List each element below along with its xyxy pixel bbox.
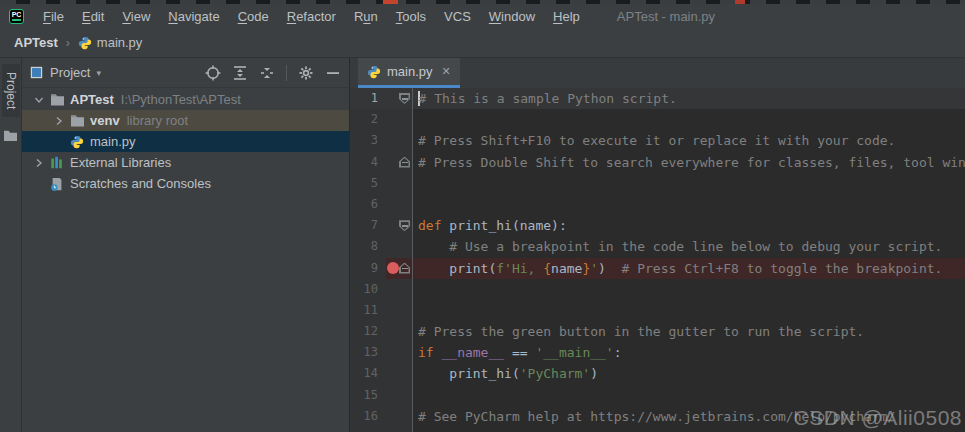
- tree-item-main-py[interactable]: main.py: [22, 131, 349, 152]
- project-tree: APTestI:\PythonTest\APTestvenvlibrary ro…: [22, 88, 349, 432]
- gutter-cell[interactable]: [386, 258, 412, 279]
- code-line-6[interactable]: 6: [350, 194, 965, 215]
- comment-token: # Press Ctrl+F8 to toggle the breakpoint…: [606, 261, 943, 276]
- code-text[interactable]: [412, 194, 965, 215]
- code-text[interactable]: # Use a breakpoint in the code line belo…: [412, 236, 965, 257]
- tab-main-py[interactable]: main.py ✕: [358, 58, 460, 88]
- gutter-cell[interactable]: [386, 215, 412, 236]
- menu-code[interactable]: Code: [229, 7, 278, 26]
- tool-stripe-folder-icon[interactable]: [3, 129, 18, 142]
- code-text[interactable]: if __name__ == '__main__':: [412, 342, 965, 363]
- gutter-cell[interactable]: [386, 300, 412, 321]
- fold-end-icon[interactable]: [399, 157, 410, 168]
- title-bar: PC FileEditViewNavigateCodeRefactorRunTo…: [0, 4, 965, 28]
- code-text[interactable]: [412, 385, 965, 406]
- gutter-cell[interactable]: [386, 173, 412, 194]
- code-line-7[interactable]: 7def print_hi(name):: [350, 215, 965, 236]
- code-text[interactable]: def print_hi(name):: [412, 215, 965, 236]
- code-token: print_hi(name):: [441, 218, 566, 233]
- pycharm-window: PC FileEditViewNavigateCodeRefactorRunTo…: [0, 0, 965, 432]
- expand-all-icon[interactable]: [232, 65, 248, 81]
- chevron-down-icon[interactable]: [30, 95, 48, 105]
- project-panel-title[interactable]: Project: [50, 65, 90, 80]
- menu-refactor[interactable]: Refactor: [278, 7, 345, 26]
- menu-edit[interactable]: Edit: [73, 7, 113, 26]
- code-text[interactable]: # This is a sample Python script.: [412, 88, 965, 109]
- gutter-cell[interactable]: [386, 342, 412, 363]
- line-number: 15: [350, 385, 386, 406]
- gutter-cell[interactable]: [386, 236, 412, 257]
- breadcrumb-project[interactable]: APTest: [14, 35, 58, 50]
- gutter-cell[interactable]: [386, 406, 412, 427]
- gutter-cell[interactable]: [386, 427, 412, 432]
- code-line-2[interactable]: 2: [350, 109, 965, 130]
- line-number: 12: [350, 321, 386, 342]
- menu-run[interactable]: Run: [345, 7, 387, 26]
- menu-navigate[interactable]: Navigate: [159, 7, 228, 26]
- code-text[interactable]: # Press Double Shift to search everywher…: [412, 152, 965, 173]
- pycharm-logo-icon: PC: [9, 9, 24, 24]
- code-line-5[interactable]: 5: [350, 173, 965, 194]
- code-line-4[interactable]: 4# Press Double Shift to search everywhe…: [350, 152, 965, 173]
- code-line-1[interactable]: 1# This is a sample Python script.: [350, 88, 965, 109]
- project-panel-header: Project ▾: [22, 58, 349, 88]
- breakpoint-icon[interactable]: [387, 262, 399, 274]
- fold-open-icon[interactable]: [399, 220, 410, 231]
- code-text[interactable]: [412, 173, 965, 194]
- fold-open-icon[interactable]: [399, 93, 410, 104]
- tree-item-external-libraries[interactable]: External Libraries: [22, 152, 349, 173]
- code-text[interactable]: print(f'Hi, {name}') # Press Ctrl+F8 to …: [412, 258, 965, 279]
- gutter-cell[interactable]: [386, 363, 412, 384]
- locate-file-icon[interactable]: [205, 65, 221, 81]
- code-text[interactable]: [412, 109, 965, 130]
- code-line-3[interactable]: 3# Press Shift+F10 to execute it or repl…: [350, 130, 965, 151]
- menu-window[interactable]: Window: [480, 7, 544, 26]
- code-line-12[interactable]: 12# Press the green button in the gutter…: [350, 321, 965, 342]
- code-editor[interactable]: 1# This is a sample Python script.23# Pr…: [350, 88, 965, 432]
- gutter-cell[interactable]: [386, 194, 412, 215]
- tree-item-scratches-and-consoles[interactable]: Scratches and Consoles: [22, 173, 349, 194]
- collapse-all-icon[interactable]: [259, 65, 275, 81]
- gutter-cell[interactable]: [386, 385, 412, 406]
- tab-close-icon[interactable]: ✕: [442, 65, 451, 78]
- line-number: 3: [350, 130, 386, 151]
- fold-end-icon[interactable]: [399, 263, 410, 274]
- code-line-11[interactable]: 11: [350, 300, 965, 321]
- code-line-10[interactable]: 10: [350, 279, 965, 300]
- folder-icon: [68, 114, 86, 127]
- code-text[interactable]: [412, 279, 965, 300]
- tree-item-aptest[interactable]: APTestI:\PythonTest\APTest: [22, 89, 349, 110]
- gutter-cell[interactable]: [386, 279, 412, 300]
- gutter-cell[interactable]: [386, 109, 412, 130]
- code-text[interactable]: print_hi('PyCharm'): [412, 363, 965, 384]
- brace-token: {: [543, 261, 551, 276]
- code-text[interactable]: # Press Shift+F10 to execute it or repla…: [412, 130, 965, 151]
- gutter-cell[interactable]: [386, 152, 412, 173]
- comment-token: # Press Double Shift to search everywher…: [418, 155, 965, 170]
- code-text[interactable]: # Press the green button in the gutter t…: [412, 321, 965, 342]
- settings-gear-icon[interactable]: [298, 65, 314, 81]
- menu-file[interactable]: File: [34, 7, 73, 26]
- chevron-right-icon[interactable]: [50, 116, 68, 126]
- gutter-cell[interactable]: [386, 130, 412, 151]
- tree-item-venv[interactable]: venvlibrary root: [22, 110, 349, 131]
- code-line-9[interactable]: 9 print(f'Hi, {name}') # Press Ctrl+F8 t…: [350, 258, 965, 279]
- breadcrumb-file[interactable]: main.py: [97, 35, 143, 50]
- hide-panel-icon[interactable]: [325, 65, 341, 81]
- code-line-14[interactable]: 14 print_hi('PyCharm'): [350, 363, 965, 384]
- code-line-13[interactable]: 13if __name__ == '__main__':: [350, 342, 965, 363]
- code-line-8[interactable]: 8 # Use a breakpoint in the code line be…: [350, 236, 965, 257]
- menu-vcs[interactable]: VCS: [435, 7, 480, 26]
- menu-tools[interactable]: Tools: [387, 7, 435, 26]
- tool-stripe-project-button[interactable]: Project: [2, 64, 20, 117]
- chevron-down-icon[interactable]: ▾: [96, 68, 101, 78]
- code-text[interactable]: [412, 300, 965, 321]
- menu-help[interactable]: Help: [544, 7, 589, 26]
- chevron-right-icon[interactable]: [30, 158, 48, 168]
- gutter-cell[interactable]: [386, 321, 412, 342]
- menu-view[interactable]: View: [113, 7, 159, 26]
- project-view-icon: [30, 66, 43, 79]
- gutter-cell[interactable]: [386, 88, 412, 109]
- code-line-15[interactable]: 15: [350, 385, 965, 406]
- breadcrumb: APTest › main.py: [0, 28, 965, 58]
